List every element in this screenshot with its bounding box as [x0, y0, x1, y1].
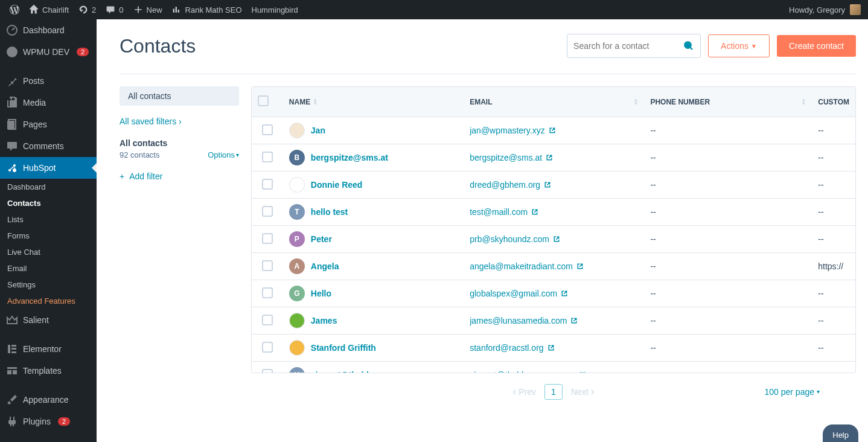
- chevron-down-icon: ▾: [817, 388, 820, 395]
- phone-value: --: [650, 261, 656, 271]
- updates[interactable]: 2: [74, 0, 101, 19]
- sidebar-item-posts[interactable]: Posts: [0, 70, 97, 92]
- comment-icon: [6, 140, 18, 152]
- contact-name-link[interactable]: James: [311, 316, 337, 325]
- custom-value: --: [818, 153, 823, 162]
- contact-email-link[interactable]: dreed@gbhem.org: [470, 180, 638, 190]
- phone-value: --: [650, 207, 656, 217]
- sidebar-item-wpmudev[interactable]: WPMU DEV 2: [0, 41, 97, 63]
- help-button[interactable]: Help: [823, 424, 858, 442]
- contact-email-link[interactable]: prb@skyhoundz.com: [470, 234, 638, 244]
- row-checkbox[interactable]: [262, 315, 273, 325]
- contact-name-link[interactable]: Jan: [311, 126, 325, 135]
- sidebar-sub-lists[interactable]: Lists: [0, 211, 97, 228]
- contact-name-link[interactable]: Donnie Reed: [311, 180, 363, 190]
- sidebar-item-pages[interactable]: Pages: [0, 114, 97, 135]
- row-checkbox[interactable]: [262, 369, 273, 374]
- row-checkbox[interactable]: [262, 124, 273, 135]
- custom-value: --: [818, 126, 823, 135]
- hummingbird[interactable]: Hummingbird: [247, 0, 303, 19]
- row-checkbox[interactable]: [262, 233, 273, 244]
- external-link-icon: [570, 317, 578, 324]
- contact-name-link[interactable]: bergspitze@sms.at: [311, 153, 388, 162]
- sidebar-sub-contacts[interactable]: Contacts: [0, 195, 97, 211]
- per-page-selector[interactable]: 100 per page ▾: [764, 387, 820, 397]
- contact-name-link[interactable]: Hello: [311, 289, 331, 298]
- admin-bar-account[interactable]: Howdy, Gregory: [789, 4, 863, 15]
- rank-math[interactable]: Rank Math SEO: [167, 0, 247, 19]
- external-link-icon: [549, 127, 556, 134]
- column-custom[interactable]: CUSTOM: [812, 87, 855, 117]
- sidebar-sub-advanced[interactable]: Advanced Features: [0, 293, 97, 309]
- plus-icon: +: [120, 171, 124, 181]
- sidebar-item-appearance[interactable]: Appearance: [0, 389, 97, 411]
- row-checkbox[interactable]: [262, 260, 273, 271]
- contact-email-link[interactable]: angela@makeitradiant.com: [470, 261, 638, 271]
- column-phone[interactable]: PHONE NUMBER▲▼: [644, 87, 812, 117]
- actions-label: Actions: [721, 41, 748, 51]
- sidebar-item-elementor[interactable]: Elementor: [0, 338, 97, 360]
- contacts-table-wrap: NAME▲▼ EMAIL▲▼ PHONE NUMBER▲▼ CUSTOM Jan…: [251, 86, 856, 373]
- row-checkbox[interactable]: [262, 152, 273, 162]
- page-number[interactable]: 1: [544, 384, 563, 400]
- add-filter-button[interactable]: + Add filter: [120, 171, 239, 181]
- next-button[interactable]: Next ›: [567, 383, 598, 400]
- chevron-left-icon: ‹: [512, 385, 516, 398]
- sidebar-item-comments[interactable]: Comments: [0, 135, 97, 157]
- avatar: P: [289, 231, 305, 247]
- site-name[interactable]: Chairlift: [24, 0, 74, 19]
- column-email[interactable]: EMAIL▲▼: [464, 87, 644, 117]
- sidebar-sub-livechat[interactable]: Live Chat: [0, 244, 97, 260]
- svg-point-6: [13, 168, 16, 172]
- comments-admin[interactable]: 0: [101, 0, 128, 19]
- sidebar-sub-email[interactable]: Email: [0, 260, 97, 277]
- sidebar-item-hubspot[interactable]: HubSpot: [0, 157, 97, 179]
- sidebar-sub-settings[interactable]: Settings: [0, 277, 97, 293]
- contact-email-link[interactable]: globalspex@gmail.com: [470, 289, 638, 298]
- search-input[interactable]: [573, 41, 683, 51]
- options-link[interactable]: Options ▾: [208, 150, 239, 159]
- contact-email-link[interactable]: stanford@racstl.org: [470, 343, 638, 353]
- actions-button[interactable]: Actions ▼: [708, 34, 770, 57]
- plus-icon: [133, 5, 143, 14]
- svg-point-1: [7, 46, 18, 57]
- filter-all-contacts-chip[interactable]: All contacts: [120, 86, 239, 106]
- sidebar-item-media[interactable]: Media: [0, 92, 97, 114]
- search-contact[interactable]: [567, 34, 701, 58]
- create-contact-button[interactable]: Create contact: [777, 35, 856, 57]
- custom-value: --: [818, 289, 823, 298]
- contact-name-link[interactable]: hello test: [311, 207, 348, 217]
- row-checkbox[interactable]: [262, 287, 273, 298]
- sidebar-item-templates[interactable]: Templates: [0, 360, 97, 382]
- contact-email-link[interactable]: test@maill.com: [470, 207, 638, 217]
- contact-email-link[interactable]: jan@wpmastery.xyz: [470, 126, 638, 135]
- row-checkbox[interactable]: [262, 342, 273, 353]
- row-checkbox[interactable]: [262, 206, 273, 217]
- contact-name-link[interactable]: Peter: [311, 234, 332, 244]
- sidebar-item-dashboard[interactable]: Dashboard: [0, 19, 97, 41]
- sidebar-item-salient[interactable]: Salient: [0, 309, 97, 331]
- sidebar-label: Elementor: [23, 344, 62, 354]
- saved-filters-link[interactable]: All saved filters ›: [120, 117, 239, 126]
- column-name[interactable]: NAME▲▼: [283, 87, 464, 117]
- custom-value: https://: [818, 261, 843, 271]
- sidebar-sub-forms[interactable]: Forms: [0, 228, 97, 244]
- contact-email-link[interactable]: bergspitze@sms.at: [470, 153, 638, 162]
- table-row: Vvincent@thebbsagency.com vincent@thebbs…: [252, 362, 855, 374]
- wp-logo[interactable]: [5, 0, 24, 19]
- contact-name-link[interactable]: Stanford Griffith: [311, 343, 376, 353]
- phone-value: --: [650, 180, 656, 190]
- contacts-table: NAME▲▼ EMAIL▲▼ PHONE NUMBER▲▼ CUSTOM Jan…: [252, 87, 855, 373]
- prev-button[interactable]: ‹ Prev: [509, 383, 540, 400]
- new-content[interactable]: New: [129, 0, 167, 19]
- table-row: James james@lunasamedia.com -- --: [252, 307, 855, 335]
- row-checkbox[interactable]: [262, 179, 273, 190]
- sidebar-sub-dashboard[interactable]: Dashboard: [0, 179, 97, 195]
- admin-bar: Chairlift 2 0 New Rank Math SEO Hummingb…: [0, 0, 868, 19]
- contact-email-link[interactable]: james@lunasamedia.com: [470, 316, 638, 325]
- phone-value: --: [650, 126, 656, 135]
- sidebar-label: HubSpot: [23, 163, 56, 173]
- contact-name-link[interactable]: Angela: [311, 261, 339, 271]
- select-all-checkbox[interactable]: [258, 95, 269, 106]
- sidebar-item-plugins[interactable]: Plugins 2: [0, 411, 97, 432]
